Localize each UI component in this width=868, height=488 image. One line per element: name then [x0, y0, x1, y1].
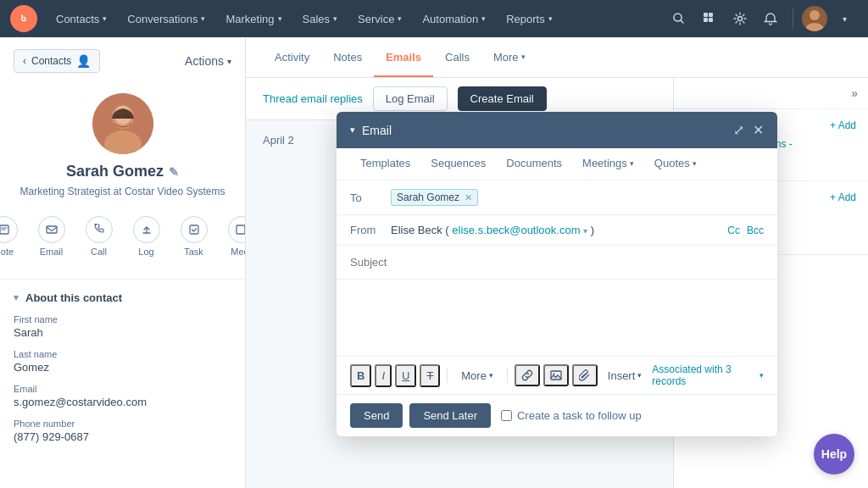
modal-tab-quotes[interactable]: Quotes ▾ [644, 148, 707, 180]
italic-button[interactable]: I [375, 364, 392, 387]
note-action[interactable]: Note [0, 211, 28, 262]
search-icon[interactable] [665, 5, 693, 32]
more-format-button[interactable]: More ▾ [454, 366, 500, 385]
email-field: Email s.gomez@costarvideo.com [14, 384, 231, 408]
from-label: From [350, 224, 384, 236]
about-section: ▾ About this contact First name Sarah La… [0, 280, 245, 465]
notifications-icon[interactable] [757, 5, 784, 32]
tab-notes[interactable]: Notes [321, 39, 374, 77]
contacts-breadcrumb[interactable]: ‹ Contacts 👤 [14, 49, 100, 73]
task-action[interactable]: Task [170, 211, 218, 262]
attach-button[interactable] [572, 364, 598, 386]
to-recipient-chip: Sarah Gomez ✕ [391, 189, 478, 206]
image-button[interactable] [543, 364, 569, 386]
modal-tab-templates[interactable]: Templates [350, 148, 420, 180]
about-header[interactable]: ▾ About this contact [14, 291, 231, 304]
email-body[interactable] [337, 280, 777, 356]
modal-title: ▾ Email [350, 124, 392, 137]
bold-button[interactable]: B [350, 364, 371, 387]
contact-name: Sarah Gomez ✎ [66, 163, 179, 180]
subject-field [337, 246, 777, 280]
back-arrow-icon: ‹ [23, 55, 26, 67]
nav-marketing[interactable]: Marketing▾ [217, 8, 290, 30]
to-label: To [350, 191, 384, 204]
toolbar-separator-1 [447, 368, 448, 383]
actions-caret-icon: ▾ [227, 57, 231, 66]
strikethrough-button[interactable]: T [420, 364, 440, 387]
nav-sales[interactable]: Sales▾ [294, 8, 347, 30]
from-caret-icon[interactable]: ▾ [583, 226, 587, 236]
underline-button[interactable]: U [395, 364, 416, 387]
follow-up-checkbox[interactable] [501, 410, 512, 421]
main-layout: ‹ Contacts 👤 Actions ▾ [0, 37, 868, 488]
tab-calls[interactable]: Calls [433, 39, 481, 77]
from-field: From Elise Beck ( elise.s.beck@outlook.c… [337, 215, 777, 246]
call-action[interactable]: Call [75, 211, 123, 262]
contact-avatar-area: Sarah Gomez ✎ Marketing Strategist at Co… [14, 85, 231, 270]
account-chevron-icon[interactable]: ▾ [831, 5, 858, 32]
modal-expand-icon[interactable]: ⤢ [733, 122, 744, 138]
svg-point-9 [805, 23, 824, 31]
svg-point-0 [17, 12, 31, 25]
svg-rect-19 [236, 225, 245, 234]
edit-name-icon[interactable]: ✎ [169, 165, 179, 179]
follow-up-label[interactable]: Create a task to follow up [501, 409, 642, 422]
log-icon [133, 216, 160, 243]
subject-input[interactable] [350, 254, 764, 270]
meet-action[interactable]: Meet [218, 211, 247, 262]
remove-recipient-icon[interactable]: ✕ [465, 192, 472, 203]
cc-bcc-controls: Cc Bcc [727, 225, 764, 236]
bcc-button[interactable]: Bcc [747, 225, 764, 236]
to-field: To Sarah Gomez ✕ [337, 180, 777, 215]
cc-button[interactable]: Cc [727, 225, 740, 236]
assoc-caret-icon: ▾ [760, 371, 764, 380]
user-avatar[interactable] [802, 6, 827, 31]
modal-tab-documents[interactable]: Documents [496, 148, 572, 180]
log-action[interactable]: Log [123, 211, 170, 262]
modal-footer: Send Send Later Create a task to follow … [337, 394, 777, 436]
contact-header: ‹ Contacts 👤 Actions ▾ [0, 37, 245, 280]
nav-conversations[interactable]: Conversations▾ [119, 8, 214, 30]
modal-tab-meetings[interactable]: Meetings ▾ [572, 148, 644, 180]
send-button[interactable]: Send [350, 403, 403, 428]
send-later-button[interactable]: Send Later [409, 403, 491, 428]
tabs-bar: Activity Notes Emails Calls More ▾ [246, 37, 868, 78]
tab-more[interactable]: More ▾ [481, 39, 537, 77]
note-icon [0, 216, 18, 243]
nav-service[interactable]: Service▾ [349, 8, 410, 30]
svg-point-21 [553, 374, 554, 375]
apps-icon[interactable] [696, 5, 723, 32]
quotes-caret-icon: ▾ [693, 159, 697, 168]
sidebar-expand-button[interactable]: » [674, 78, 868, 109]
breadcrumb-bar: ‹ Contacts 👤 Actions ▾ [14, 49, 231, 73]
modal-tab-sequences[interactable]: Sequences [420, 148, 496, 180]
meet-icon [228, 216, 247, 243]
settings-icon[interactable] [726, 5, 754, 32]
email-compose-modal: ▾ Email ⤢ ✕ Templates [337, 112, 777, 436]
nav-divider [793, 8, 793, 29]
contact-avatar [92, 93, 153, 154]
nav-contacts[interactable]: Contacts▾ [47, 8, 115, 30]
email-action[interactable]: Email [28, 211, 75, 262]
associated-records-button[interactable]: Associated with 3 records ▾ [652, 363, 764, 387]
modal-close-icon[interactable]: ✕ [753, 122, 764, 138]
nav-automation[interactable]: Automation▾ [414, 8, 494, 30]
svg-point-1 [21, 15, 23, 17]
contact-actions: Note Email Call [0, 211, 246, 262]
tab-activity[interactable]: Activity [263, 39, 321, 77]
link-button[interactable] [515, 364, 540, 386]
create-email-button[interactable]: Create Email [458, 86, 547, 111]
svg-rect-20 [551, 371, 561, 380]
actions-button[interactable]: Actions ▾ [185, 54, 231, 68]
svg-rect-18 [190, 225, 198, 234]
thread-email-replies-link[interactable]: Thread email replies [263, 92, 363, 105]
more-format-caret-icon: ▾ [489, 371, 493, 380]
nav-reports[interactable]: Reports▾ [498, 8, 561, 30]
modal-header-actions: ⤢ ✕ [733, 122, 764, 138]
email-icon [38, 216, 65, 243]
from-email-link[interactable]: elise.s.beck@outlook.com [452, 224, 580, 236]
hubspot-logo[interactable] [10, 5, 37, 32]
log-email-button[interactable]: Log Email [373, 86, 448, 111]
tab-emails[interactable]: Emails [374, 39, 433, 77]
insert-button[interactable]: Insert ▾ [601, 366, 649, 385]
